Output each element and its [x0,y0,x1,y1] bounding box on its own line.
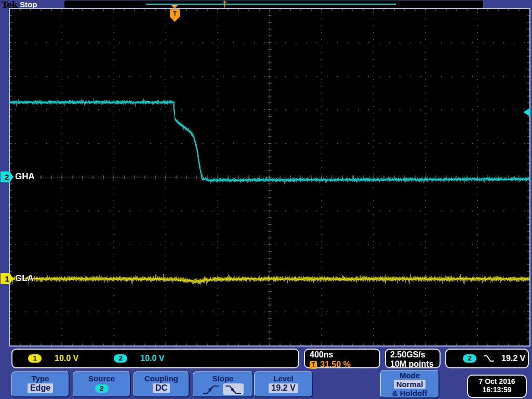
trigger-mode-label: Mode [381,371,438,380]
trigger-position-pointer-icon [171,5,178,9]
trigger-source-label: Source [73,374,130,383]
trigger-type-label: Type [12,374,69,383]
falling-edge-icon [483,354,495,363]
trigger-level-marker-icon[interactable] [523,108,530,116]
record-length-value: 10M points [390,360,435,369]
trigger-type-value: Edge [28,383,53,393]
trigger-level-menu-value: 19.2 V [269,383,298,393]
menu-trigger-level-button[interactable]: Level 19.2 V [254,371,313,397]
channel-scale-readout[interactable]: 1 10.0 V 2 10.0 V [11,349,299,368]
oscilloscope-screen: Tek Stop T T 2 GHA 1 GLA 1 10.0 V 2 10.0… [0,0,532,399]
channel-1-badge: 1 [28,354,42,363]
trigger-source-value-badge: 2 [95,384,109,393]
trigger-mode-value: Normal [394,380,426,389]
waveform-canvas [10,9,529,345]
trigger-level-label: Level [255,374,312,383]
slope-selected-highlight [223,383,244,395]
trigger-source-badge: 2 [463,354,476,363]
trigger-slope-label: Slope [193,374,252,383]
trigger-coupling-label: Coupling [134,374,189,383]
timebase-readout[interactable]: 400ns T 31.50 % [304,349,380,368]
acquisition-readout[interactable]: 2.50GS/s 10M points [385,349,441,368]
menu-trigger-type-button[interactable]: Type Edge [11,371,70,397]
menu-trigger-source-button[interactable]: Source 2 [73,371,131,397]
trigger-readout[interactable]: 2 19.2 V [445,349,529,368]
date-value: 7 Oct 2016 [468,377,526,385]
channel-2-badge: 2 [114,354,127,363]
menu-trigger-mode-button[interactable]: Mode Normal & Holdoff [380,370,440,398]
trigger-mode-value2: & Holdoff [381,389,438,397]
channel-1-scale: 10.0 V [55,354,78,363]
trigger-level-value: 19.2 V [501,354,525,363]
sample-rate-value: 2.50GS/s [390,350,435,360]
datetime-display: 7 Oct 2016 16:13:59 [467,375,527,398]
menu-trigger-slope-button[interactable]: Slope [193,371,254,397]
channel-2-scale: 10.0 V [140,354,164,363]
trigger-coupling-value: DC [153,383,170,393]
rising-edge-icon [202,383,220,395]
waveform-display [9,8,530,347]
record-window-line [146,4,396,5]
channel-2-label: GHA [15,171,35,182]
trigger-position-value: 31.50 % [320,360,351,369]
falling-edge-selected-icon [224,383,242,395]
time-value: 16:13:59 [468,385,526,394]
channel-1-label: GLA [15,273,34,284]
timebase-value: 400ns [310,350,375,360]
record-overview-bar[interactable]: T [64,1,483,8]
trigger-t-icon: T [310,361,317,369]
menu-trigger-coupling-button[interactable]: Coupling DC [134,371,190,397]
overview-trigger-marker-icon: T [221,1,229,8]
